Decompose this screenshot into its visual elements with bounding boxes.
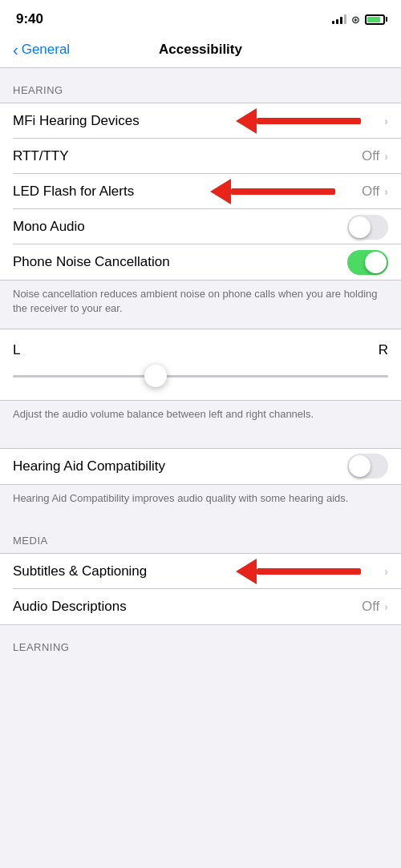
hearing-aid-toggle[interactable]	[347, 454, 388, 478]
toggle-knob	[349, 216, 371, 238]
audio-descriptions-value: Off	[362, 599, 379, 615]
mono-audio-row[interactable]: Mono Audio	[0, 209, 401, 244]
chevron-right-icon: ›	[384, 565, 388, 578]
battery-fill	[367, 17, 380, 22]
hearing-section-header: HEARING	[0, 68, 401, 103]
slider-labels: L R	[13, 342, 388, 358]
slider-track-line	[13, 375, 388, 377]
rtt-tty-value: Off	[362, 148, 379, 164]
chevron-right-icon: ›	[384, 115, 388, 127]
rtt-tty-label: RTT/TTY	[13, 139, 362, 174]
phone-noise-label: Phone Noise Cancellation	[13, 244, 347, 280]
slider-left-label: L	[13, 342, 20, 358]
status-bar: 9:40 ⊛	[0, 0, 401, 35]
status-icons: ⊛	[332, 14, 385, 26]
arrow-shaft	[231, 188, 335, 195]
led-flash-value: Off	[362, 184, 379, 200]
arrow-shaft	[257, 568, 361, 575]
signal-icon	[332, 14, 346, 24]
back-button[interactable]: ‹ General	[13, 42, 70, 58]
toggle-knob	[365, 252, 387, 273]
hearing-aid-description: Hearing Aid Compatibility improves audio…	[0, 485, 401, 519]
slider-thumb[interactable]	[144, 365, 167, 387]
slider-description: Adjust the audio volume balance between …	[0, 401, 401, 434]
media-section-header: MEDIA	[0, 519, 401, 553]
wifi-icon: ⊛	[351, 14, 360, 26]
media-settings-list: Subtitles & Captioning › Audio Descripti…	[0, 553, 401, 625]
hearing-aid-label: Hearing Aid Compatibility	[13, 449, 347, 484]
audio-balance-section: L R	[0, 329, 401, 401]
phone-noise-toggle[interactable]	[347, 250, 388, 275]
hearing-aid-row[interactable]: Hearing Aid Compatibility	[0, 449, 401, 484]
audio-descriptions-row[interactable]: Audio Descriptions Off ›	[0, 589, 401, 624]
hearing-aid-list: Hearing Aid Compatibility	[0, 448, 401, 485]
back-chevron-icon: ‹	[13, 42, 18, 58]
chevron-right-icon: ›	[384, 600, 388, 613]
nav-bar: ‹ General Accessibility	[0, 35, 401, 68]
mono-audio-toggle[interactable]	[347, 215, 388, 240]
red-arrow-led	[210, 179, 335, 204]
learning-section-header: LEARNING	[0, 625, 401, 660]
back-label: General	[22, 42, 70, 58]
led-flash-row[interactable]: LED Flash for Alerts Off ›	[0, 174, 401, 209]
slider-right-label: R	[379, 342, 388, 358]
hearing-settings-list: MFi Hearing Devices › RTT/TTY Off › LED …	[0, 103, 401, 281]
spacer	[0, 435, 401, 448]
chevron-right-icon: ›	[384, 185, 388, 198]
mfi-hearing-devices-row[interactable]: MFi Hearing Devices ›	[0, 103, 401, 139]
arrow-shaft	[257, 118, 361, 124]
red-arrow-subtitles	[236, 559, 361, 584]
battery-icon	[365, 14, 385, 25]
noise-description: Noise cancellation reduces ambient noise…	[0, 281, 401, 329]
red-arrow-mfi	[236, 108, 361, 134]
toggle-knob	[349, 455, 371, 477]
audio-descriptions-label: Audio Descriptions	[13, 589, 362, 624]
status-time: 9:40	[16, 11, 43, 27]
mono-audio-label: Mono Audio	[13, 209, 347, 244]
phone-noise-row[interactable]: Phone Noise Cancellation	[0, 244, 401, 280]
chevron-right-icon: ›	[384, 150, 388, 163]
audio-balance-slider[interactable]	[13, 365, 388, 387]
subtitles-captioning-row[interactable]: Subtitles & Captioning ›	[0, 554, 401, 589]
arrow-tip-icon	[236, 108, 257, 134]
arrow-tip-icon	[210, 179, 231, 204]
rtt-tty-row[interactable]: RTT/TTY Off ›	[0, 139, 401, 174]
arrow-tip-icon	[236, 559, 257, 584]
page-title: Accessibility	[159, 42, 242, 58]
